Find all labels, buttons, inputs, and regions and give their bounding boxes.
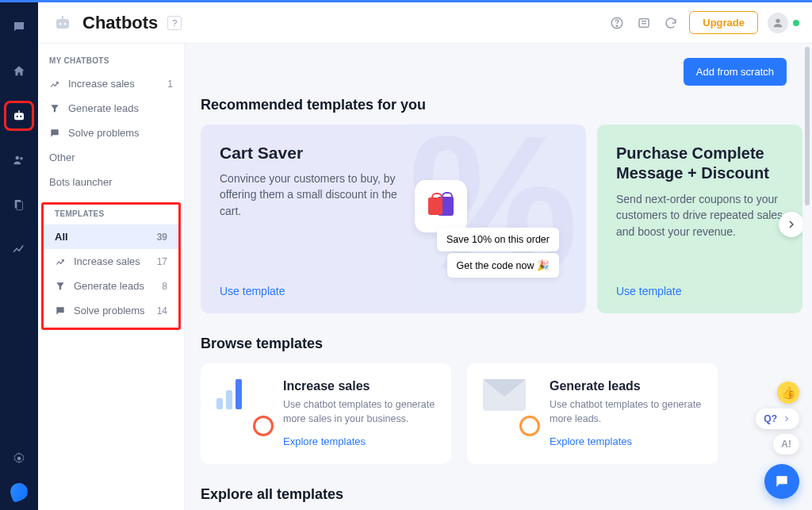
sales-illustration-icon xyxy=(216,379,269,431)
header-refresh-icon[interactable] xyxy=(662,14,680,32)
browse-card-title: Increase sales xyxy=(283,379,435,393)
sidebar-item-count: 1 xyxy=(167,79,173,90)
sidebar-item-other[interactable]: Other xyxy=(38,145,184,170)
sidebar-item-generate-leads[interactable]: Generate leads xyxy=(38,96,184,121)
sidebar: MY CHATBOTS Increase sales 1 Generate le… xyxy=(38,44,185,510)
add-from-scratch-button[interactable]: Add from scratch xyxy=(684,58,787,86)
chat-fab-button[interactable] xyxy=(764,464,799,499)
helper-answer-button[interactable]: A! xyxy=(773,434,799,454)
browse-card-title: Generate leads xyxy=(550,379,702,393)
card-desc: Convince your customers to buy, by offer… xyxy=(220,171,410,219)
sidebar-section-my-chatbots: MY CHATBOTS xyxy=(38,53,184,71)
rail-chatbot-icon[interactable] xyxy=(6,102,33,129)
chart-up-icon xyxy=(49,79,60,90)
sidebar-template-solve-problems[interactable]: Solve problems 14 xyxy=(44,298,178,323)
svg-rect-3 xyxy=(18,110,20,113)
svg-point-8 xyxy=(17,457,21,461)
svg-point-4 xyxy=(16,156,20,160)
template-card-cart-saver[interactable]: % Cart Saver Convince your customers to … xyxy=(201,125,586,313)
rail-analytics-icon[interactable] xyxy=(6,236,33,263)
sidebar-item-bots-launcher[interactable]: Bots launcher xyxy=(38,170,184,194)
rail-logo-icon xyxy=(8,481,30,503)
funnel-icon xyxy=(55,281,66,292)
sidebar-item-count: 14 xyxy=(157,305,167,316)
browse-card-desc: Use chatbot templates to generate more s… xyxy=(283,398,435,426)
sidebar-template-generate-leads[interactable]: Generate leads 8 xyxy=(44,274,178,298)
sidebar-item-count: 17 xyxy=(157,256,167,267)
explore-heading: Explore all templates xyxy=(201,486,802,503)
use-template-link[interactable]: Use template xyxy=(220,285,285,297)
sidebar-item-label: Solve problems xyxy=(74,305,145,316)
sidebar-item-label: Other xyxy=(49,151,75,163)
browse-heading: Browse templates xyxy=(201,336,802,352)
header-news-icon[interactable] xyxy=(635,14,653,32)
helper-question-button[interactable]: Q? xyxy=(756,408,799,429)
header: Chatbots ? Upgrade xyxy=(38,2,812,44)
sidebar-item-solve-problems[interactable]: Solve problems xyxy=(38,121,184,145)
svg-point-2 xyxy=(20,116,21,117)
helper-widget-stack: 👍 Q? A! xyxy=(756,382,799,454)
rail-docs-icon[interactable] xyxy=(6,191,33,218)
sidebar-item-label: Bots launcher xyxy=(49,176,113,188)
svg-point-5 xyxy=(20,157,23,160)
sidebar-section-templates: TEMPLATES xyxy=(44,205,178,224)
sidebar-item-count: 8 xyxy=(162,281,167,292)
svg-rect-9 xyxy=(56,19,69,29)
sidebar-templates-group: TEMPLATES All 39 Increase sales 17 Gener… xyxy=(41,202,181,330)
recommended-heading: Recommended templates for you xyxy=(201,97,802,113)
svg-point-16 xyxy=(776,18,779,22)
browse-card-generate-leads[interactable]: Generate leads Use chatbot templates to … xyxy=(467,363,718,464)
rail-home-icon[interactable] xyxy=(6,58,33,85)
sidebar-item-count: 39 xyxy=(157,232,167,243)
svg-point-1 xyxy=(17,116,18,117)
sidebar-item-label: Increase sales xyxy=(74,255,140,267)
rail-chat-icon[interactable] xyxy=(6,13,33,40)
svg-rect-12 xyxy=(62,16,63,19)
header-help-icon[interactable] xyxy=(608,14,626,32)
carousel-next-button[interactable] xyxy=(779,212,802,237)
chat-bubble: Get the code now 🎉 xyxy=(447,253,559,278)
header-help-button[interactable]: ? xyxy=(167,16,182,30)
sidebar-item-label: Generate leads xyxy=(74,280,144,292)
svg-point-11 xyxy=(64,22,67,25)
browse-card-increase-sales[interactable]: Increase sales Use chatbot templates to … xyxy=(201,363,451,464)
speech-icon xyxy=(55,305,66,316)
speech-icon xyxy=(49,128,60,139)
svg-point-10 xyxy=(59,22,62,25)
helper-a-label: A! xyxy=(781,439,791,450)
sidebar-item-label: All xyxy=(55,231,68,243)
sidebar-item-increase-sales[interactable]: Increase sales 1 xyxy=(38,71,184,96)
explore-templates-link[interactable]: Explore templates xyxy=(283,435,366,447)
avatar[interactable] xyxy=(768,13,788,33)
recommended-carousel: % Cart Saver Convince your customers to … xyxy=(201,125,802,313)
card-title: Purchase Complete Message + Discount xyxy=(616,144,783,183)
upgrade-button[interactable]: Upgrade xyxy=(689,11,758,34)
explore-templates-link[interactable]: Explore templates xyxy=(550,435,632,447)
thumbs-up-icon[interactable]: 👍 xyxy=(777,382,799,404)
svg-rect-0 xyxy=(14,113,24,120)
helper-q-label: Q? xyxy=(764,413,777,424)
shopping-bags-icon xyxy=(415,180,467,232)
funnel-icon xyxy=(49,103,60,114)
rail-people-icon[interactable] xyxy=(6,147,33,174)
status-online-dot xyxy=(793,20,799,26)
sidebar-item-label: Solve problems xyxy=(68,127,140,139)
use-template-link[interactable]: Use template xyxy=(616,285,681,297)
sidebar-template-all[interactable]: All 39 xyxy=(44,224,178,249)
rail-settings-icon[interactable] xyxy=(6,445,33,472)
scrollbar[interactable] xyxy=(805,47,810,205)
card-desc: Send next-order coupons to your customer… xyxy=(616,191,783,240)
sidebar-item-label: Generate leads xyxy=(68,102,139,114)
chart-up-icon xyxy=(55,256,66,267)
page-title: Chatbots xyxy=(82,13,158,33)
browse-card-desc: Use chatbot templates to generate more l… xyxy=(550,398,702,426)
header-bot-icon xyxy=(52,13,73,33)
sidebar-template-increase-sales[interactable]: Increase sales 17 xyxy=(44,249,178,274)
left-rail xyxy=(0,2,38,510)
card-title: Cart Saver xyxy=(220,144,567,163)
svg-rect-7 xyxy=(17,201,23,210)
sidebar-item-label: Increase sales xyxy=(68,78,135,90)
chat-bubble: Save 10% on this order xyxy=(437,228,559,251)
leads-illustration-icon xyxy=(483,379,535,431)
template-card-purchase-complete[interactable]: Purchase Complete Message + Discount Sen… xyxy=(597,125,802,313)
